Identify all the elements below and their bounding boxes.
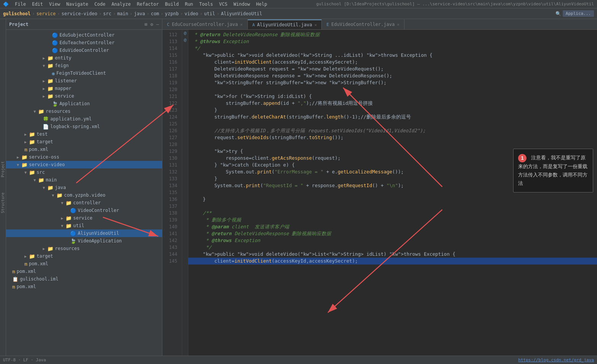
close-tab-icon[interactable]: ✕ [240, 22, 243, 27]
project-panel-tab[interactable]: Project [1, 161, 5, 177]
search-icon[interactable]: 🔍 [555, 11, 561, 16]
tree-Application[interactable]: 🍃 Application [6, 100, 162, 107]
tree-entity[interactable]: ▶ 📁 entity [6, 54, 162, 62]
tree-application-yml[interactable]: 🍀 application.yml [6, 115, 162, 123]
tree-AliyunVideoUtil[interactable]: 🔵 AliyunVideoUtil [6, 229, 162, 237]
tree-logback[interactable]: 📄 logback-spring.xml [6, 123, 162, 130]
structure-panel-tab[interactable]: Structure [1, 192, 5, 213]
breadcrumb-video[interactable]: video [185, 11, 198, 16]
tree-label: target [37, 253, 53, 259]
tree-util[interactable]: ▼ 📁 util [6, 222, 162, 229]
status-url[interactable]: https://blog.csdn.net/grd_java [518, 358, 594, 362]
tab-EduVideoController[interactable]: E EduVideoController.java ✕ [322, 19, 404, 29]
menu-view[interactable]: View [49, 2, 60, 7]
tree-mapper[interactable]: ▶ 📁 mapper [6, 85, 162, 92]
annotation-text: 注意看，我不是重写了原来的方法，而是复写了一份重载方法传入不同参数，调用不同方法 [518, 155, 587, 186]
tree-target2[interactable]: ▶ 📁 target [6, 252, 162, 260]
menu-code[interactable]: Code [95, 2, 106, 7]
tree-src[interactable]: ▼ 📁 src [6, 168, 162, 176]
tree-label: feign [55, 63, 69, 68]
breadcrumb-src[interactable]: src [103, 11, 111, 16]
sidebar-header: Project ⊞ ⚙ — [6, 19, 162, 30]
expand-arrow: ▼ [43, 186, 47, 190]
code-content[interactable]: * @return DeleteVideoResponse 删除视频响应数据 *… [188, 30, 597, 356]
tree-controller[interactable]: ▼ 📁 controller [6, 199, 162, 207]
tree-label: java [55, 185, 66, 190]
tree-label: VideoApplication [78, 238, 122, 244]
tab-EduCourseController[interactable]: C EduCourseController.java ✕ [162, 19, 248, 29]
menu-navigate[interactable]: Navigate [66, 2, 88, 7]
tree-label: application.yml [50, 116, 91, 122]
breadcrumb-service[interactable]: service [36, 11, 56, 16]
tree-test[interactable]: ▶ 📁 test [6, 130, 162, 138]
sidebar-tree: 🔵 EduSubjectController 🔵 EduTeacherContr… [6, 30, 162, 356]
breadcrumb-yzpnb[interactable]: yzpnb [165, 11, 179, 16]
close-tab-icon[interactable]: ✕ [397, 22, 400, 27]
tree-java[interactable]: ▼ 📁 java [6, 184, 162, 191]
collapse-arrow: ▶ [43, 94, 47, 98]
folder-icon: 📁 [21, 162, 27, 168]
menu-refactor[interactable]: Refactor [137, 2, 159, 7]
tree-label: resources [55, 246, 80, 251]
tree-main[interactable]: ▼ 📁 main [6, 176, 162, 184]
folder-icon: 📁 [47, 93, 53, 99]
project-info: gulischool [D:\IdeaProjects\gulischool] … [273, 2, 594, 6]
breadcrumb-main[interactable]: main [117, 11, 128, 16]
java-file-icon: 🔵 [52, 48, 58, 53]
menu-build[interactable]: Build [165, 2, 179, 7]
sidebar-settings-icon[interactable]: ⚙ [151, 22, 153, 27]
tree-service-oss[interactable]: ▶ 📁 service-oss [6, 153, 162, 161]
annotation-badge: 1 [518, 154, 526, 162]
tree-resources[interactable]: ▼ 📁 resources [6, 107, 162, 115]
breadcrumb-service-video[interactable]: service-video [61, 11, 97, 16]
tree-target[interactable]: ▶ 📁 target [6, 138, 162, 146]
breadcrumb-util[interactable]: util [204, 11, 215, 16]
folder-icon: 📁 [38, 109, 44, 114]
menu-help[interactable]: Help [256, 2, 267, 7]
app-label: Applica... [563, 10, 594, 17]
tree-service-pkg[interactable]: ▶ 📁 service [6, 92, 162, 100]
tree-EduVideoController[interactable]: 🔵 EduVideoController [6, 47, 162, 54]
tree-pom2[interactable]: m pom.xml [6, 260, 162, 268]
tree-listener[interactable]: ▶ 📁 listener [6, 77, 162, 85]
folder-icon: 📁 [47, 246, 53, 252]
menu-vcs[interactable]: VCS [219, 2, 228, 7]
tree-EduTeacherController[interactable]: 🔵 EduTeacherController [6, 39, 162, 47]
tree-pom4[interactable]: m pom.xml [6, 283, 162, 290]
folder-icon: 📁 [66, 215, 72, 221]
tree-feign[interactable]: ▼ 📁 feign [6, 62, 162, 69]
tree-service2[interactable]: ▶ 📁 service [6, 214, 162, 222]
menu-run[interactable]: Run [185, 2, 193, 7]
menu-edit[interactable]: Edit [32, 2, 43, 7]
close-tab-icon[interactable]: ✕ [315, 22, 317, 27]
tab-AliyunVideoUtil[interactable]: A AliyunVideoUtil.java ✕ [248, 19, 322, 29]
menu-window[interactable]: Window [233, 2, 250, 7]
menu-file[interactable]: File [15, 2, 26, 7]
tree-pom1[interactable]: m pom.xml [6, 146, 162, 153]
menu-tools[interactable]: Tools [199, 2, 213, 7]
tree-FeignToVideoClient[interactable]: ◉ FeignToVideoClient [6, 69, 162, 77]
breadcrumb-aliyun[interactable]: AliyunVideoUtil [221, 11, 262, 16]
breadcrumb-com[interactable]: com [151, 11, 159, 16]
tree-EduSubjectController[interactable]: 🔵 EduSubjectController [6, 31, 162, 39]
tree-label: EduVideoController [59, 48, 109, 53]
tree-VideoController[interactable]: 🔵 VideoController [6, 207, 162, 214]
tree-resources2[interactable]: ▶ 📁 resources [6, 245, 162, 252]
code-editor[interactable]: 1121131141151161171181191201211221231241… [162, 30, 597, 356]
tree-label: VideoController [78, 208, 119, 213]
sep8: › [180, 11, 183, 16]
breadcrumb-java[interactable]: java [134, 11, 145, 16]
tree-gulischool-iml[interactable]: 📋 gulischool.iml [6, 275, 162, 283]
breadcrumb-gulischool[interactable]: gulischool [3, 11, 30, 16]
sidebar-hide-icon[interactable]: — [156, 22, 159, 27]
collapse-arrow: ▶ [43, 247, 47, 251]
tree-service-video[interactable]: ▼ 📁 service-video [6, 161, 162, 168]
tree-com-yzpnb-video[interactable]: ▼ 📁 com.yzpnb.video [6, 191, 162, 199]
sidebar-scope-icon[interactable]: ⊞ [144, 22, 147, 27]
tree-VideoApplication[interactable]: 🍃 VideoApplication [6, 237, 162, 245]
collapse-arrow: ▶ [17, 155, 21, 159]
tree-pom3[interactable]: m pom.xml [6, 268, 162, 275]
line-numbers: 1121131141151161171181191201211221231241… [162, 30, 182, 356]
menu-analyze[interactable]: Analyze [111, 2, 131, 7]
tree-label: mapper [55, 86, 71, 91]
